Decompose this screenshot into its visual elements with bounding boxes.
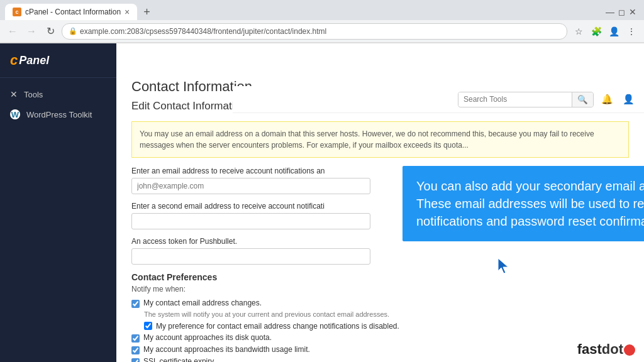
profile-button[interactable]: 👤 — [606, 24, 621, 39]
pushbullet-input[interactable] — [131, 248, 370, 265]
email-input[interactable] — [131, 178, 370, 194]
nav-actions: ☆ 🧩 👤 ⋮ — [571, 24, 639, 39]
refresh-button[interactable]: ↻ — [43, 24, 58, 39]
back-button[interactable]: ← — [5, 24, 20, 39]
minimize-button[interactable]: — — [606, 7, 614, 17]
checkbox-row-1: My contact email address changes. — [131, 299, 629, 308]
logo-c: c — [10, 52, 18, 69]
checkbox-row-2: My account approaches its disk quota. — [131, 333, 629, 343]
checkbox-sub-1: The system will notify you at your curre… — [144, 310, 629, 318]
checkbox-label-3: My account approaches its bandwidth usag… — [143, 345, 310, 354]
sidebar-nav: ✕ Tools W WordPress Toolkit — [0, 78, 116, 131]
address-bar[interactable]: 🔒 example.com:2083/cpsess5978440348/fron… — [62, 23, 567, 40]
notify-label: Notify me when: — [131, 285, 629, 293]
menu-button[interactable]: ⋮ — [624, 24, 639, 39]
sidebar-item-tools[interactable]: ✕ Tools — [0, 84, 116, 104]
checkbox-label-2: My account approaches its disk quota. — [143, 333, 272, 342]
sub-checkbox-row-1: My preference for contact email address … — [144, 322, 629, 331]
sidebar: c Panel ✕ Tools W WordPress Toolkit — [0, 43, 116, 362]
address-text: example.com:2083/cpsess5978440348/fronte… — [80, 27, 326, 36]
second-email-input[interactable] — [131, 213, 370, 229]
info-text: You may use an email address on a domain… — [140, 129, 594, 150]
user-button[interactable]: 👤 — [620, 91, 636, 107]
checkbox-row-3: My account approaches its bandwidth usag… — [131, 345, 629, 354]
tab-close-button[interactable]: × — [125, 8, 130, 16]
extensions-button[interactable]: 🧩 — [589, 24, 604, 39]
tab-title: cPanel - Contact Information — [25, 8, 121, 16]
notifications-button[interactable]: 🔔 — [599, 91, 615, 107]
fastdot-text: fast — [577, 341, 602, 357]
fastdot-suffix: dot — [602, 341, 623, 357]
search-tools-input[interactable] — [458, 92, 572, 106]
checkbox-label-1: My contact email address changes. — [143, 299, 262, 307]
new-tab-button[interactable]: + — [140, 6, 154, 19]
forward-button[interactable]: → — [24, 24, 39, 39]
checkbox-4[interactable] — [131, 358, 140, 362]
tab-favicon: c — [13, 8, 21, 16]
fastdot-logo: fastdot — [577, 341, 635, 358]
sidebar-logo: c Panel — [0, 43, 116, 78]
contact-prefs-title: Contact Preferences — [131, 272, 629, 282]
logo-panel: Panel — [19, 54, 49, 67]
nav-bar: ← → ↻ 🔒 example.com:2083/cpsess597844034… — [0, 20, 644, 43]
close-button[interactable]: ✕ — [629, 7, 636, 17]
bookmark-button[interactable]: ☆ — [571, 24, 586, 39]
sidebar-item-wordpress[interactable]: W WordPress Toolkit — [0, 104, 116, 124]
email-label: Enter an email address to receive accoun… — [131, 167, 629, 175]
sub-checkbox-1[interactable] — [144, 322, 152, 330]
browser-chrome: c cPanel - Contact Information × + — ◻ ✕… — [0, 0, 644, 43]
checkbox-label-4: SSL certificate expiry. — [143, 357, 216, 362]
info-box: You may use an email address on a domain… — [131, 121, 629, 158]
top-bar: 🔍 🔔 👤 — [233, 86, 644, 113]
restore-button[interactable]: ◻ — [618, 8, 625, 17]
cpanel-wrapper: c Panel ✕ Tools W WordPress Toolkit 🔍 🔔 … — [0, 43, 644, 362]
lock-icon: 🔒 — [69, 27, 77, 35]
checkbox-3[interactable] — [131, 346, 140, 354]
checkbox-row-4: SSL certificate expiry. — [131, 357, 629, 362]
sidebar-item-wordpress-label: WordPress Toolkit — [26, 110, 92, 119]
checkbox-1[interactable] — [131, 300, 140, 308]
second-email-form-group: Enter a second email address to receive … — [131, 202, 629, 229]
sidebar-item-tools-label: Tools — [24, 90, 43, 99]
search-tools-button[interactable]: 🔍 — [572, 92, 593, 107]
pushbullet-form-group: An access token for Pushbullet. — [131, 237, 629, 265]
pushbullet-label: An access token for Pushbullet. — [131, 237, 629, 246]
email-form-group: Enter an email address to receive accoun… — [131, 167, 629, 194]
tools-icon: ✕ — [10, 89, 18, 99]
second-email-label: Enter a second email address to receive … — [131, 202, 629, 211]
active-tab[interactable]: c cPanel - Contact Information × — [5, 4, 137, 20]
fastdot-dot — [624, 344, 635, 356]
checkbox-2[interactable] — [131, 334, 140, 343]
search-tools-wrap: 🔍 — [458, 92, 594, 107]
cpanel-logo: c Panel — [10, 52, 106, 69]
sub-checkbox-label-1: My preference for contact email address … — [156, 322, 399, 331]
tab-bar: c cPanel - Contact Information × + — ◻ ✕ — [0, 0, 644, 20]
wordpress-icon: W — [10, 109, 20, 119]
